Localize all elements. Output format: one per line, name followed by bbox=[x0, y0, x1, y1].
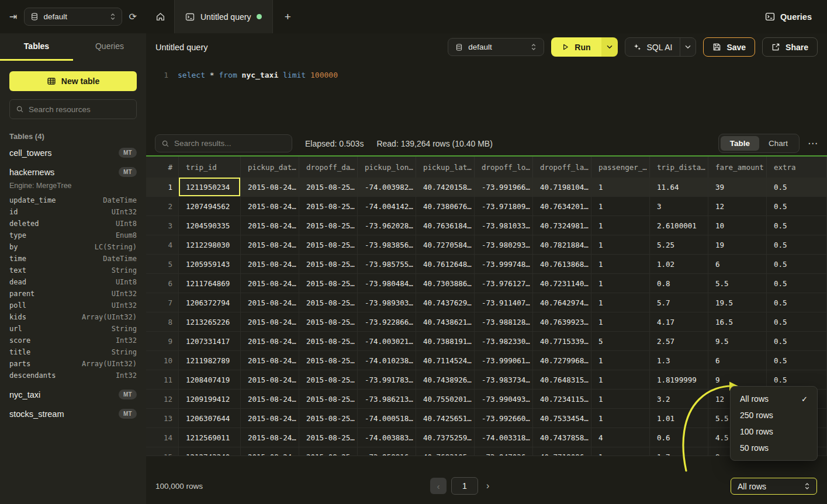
table-cell[interactable]: 40.7380676… bbox=[416, 197, 475, 215]
page-size-option[interactable]: 50 rows bbox=[731, 440, 817, 456]
table-cell[interactable]: -73.999748… bbox=[475, 255, 533, 273]
row-number-cell[interactable]: 3 bbox=[146, 216, 179, 235]
table-cell[interactable]: 2015-08-24… bbox=[241, 312, 299, 331]
table-cell[interactable]: 1209199412 bbox=[179, 390, 241, 408]
table-cell[interactable]: 40.7375259… bbox=[416, 428, 475, 447]
table-cell[interactable]: 1 bbox=[591, 197, 650, 215]
column-row[interactable]: titleString bbox=[0, 346, 146, 358]
table-cell[interactable]: 1.01 bbox=[650, 409, 708, 427]
table-cell[interactable]: -73.983856… bbox=[358, 235, 416, 254]
page-size-option[interactable]: 100 rows bbox=[731, 423, 817, 440]
page-size-option[interactable]: 250 rows bbox=[731, 407, 817, 423]
table-cell[interactable]: 16.5 bbox=[708, 312, 767, 331]
table-cell[interactable]: 1 bbox=[591, 293, 650, 312]
table-cell[interactable]: 5.25 bbox=[650, 235, 708, 254]
toggle-table[interactable]: Table bbox=[721, 136, 759, 151]
row-number-cell[interactable]: 7 bbox=[146, 293, 179, 312]
sidebar-search[interactable] bbox=[9, 99, 137, 119]
table-cell[interactable]: 4 bbox=[591, 428, 650, 447]
table-cell[interactable]: 1 bbox=[591, 312, 650, 331]
row-number-cell[interactable]: 9 bbox=[146, 332, 179, 350]
table-cell[interactable]: 0.8 bbox=[650, 274, 708, 293]
column-row[interactable]: deletedUInt8 bbox=[0, 218, 146, 230]
table-cell[interactable]: 1.02 bbox=[650, 255, 708, 273]
column-header[interactable]: pickup_lat… bbox=[416, 157, 475, 178]
topbar-database-select[interactable]: default bbox=[24, 8, 122, 26]
column-header[interactable]: # bbox=[146, 157, 179, 178]
table-cell[interactable]: 40.7550201… bbox=[416, 390, 475, 408]
table-cell[interactable]: 40.7303886… bbox=[416, 274, 475, 293]
sidebar-search-input[interactable] bbox=[29, 105, 130, 114]
table-cell[interactable]: 1 bbox=[591, 255, 650, 273]
table-cell[interactable]: 2015-08-24… bbox=[241, 235, 299, 254]
column-row[interactable]: typeEnum8 bbox=[0, 230, 146, 241]
column-header[interactable]: trip_dista… bbox=[650, 157, 708, 178]
table-cell[interactable]: -74.000518… bbox=[358, 409, 416, 427]
table-cell[interactable]: 5.7 bbox=[650, 293, 708, 312]
table-cell[interactable]: 40.7718086… bbox=[533, 447, 591, 456]
table-row[interactable]: 1312063076442015-08-24…2015-08-25…-74.00… bbox=[146, 409, 827, 428]
column-row[interactable]: update_timeDateTime bbox=[0, 194, 146, 206]
table-cell[interactable]: 2015-08-25… bbox=[299, 312, 358, 331]
table-cell[interactable]: 40.7683105… bbox=[416, 447, 475, 456]
table-cell[interactable]: 0.5 bbox=[767, 197, 827, 215]
results-search[interactable] bbox=[155, 134, 292, 152]
table-cell[interactable]: 40.7613868… bbox=[533, 255, 591, 273]
sidebar-item-stocks-stream[interactable]: stocks_stream MT bbox=[0, 404, 146, 423]
row-number-cell[interactable]: 15 bbox=[146, 447, 179, 456]
column-row[interactable]: partsArray(UInt32) bbox=[0, 358, 146, 370]
sql-ai-button[interactable]: SQL AI bbox=[625, 38, 680, 56]
table-cell[interactable]: -74.003021… bbox=[358, 332, 416, 350]
table-cell[interactable]: 1 bbox=[591, 447, 650, 456]
table-cell[interactable]: 1 bbox=[591, 370, 650, 389]
table-cell[interactable]: 2015-08-25… bbox=[299, 390, 358, 408]
column-header[interactable]: passenger_… bbox=[591, 157, 650, 178]
table-row[interactable]: 912073314172015-08-24…2015-08-25…-74.003… bbox=[146, 332, 827, 351]
table-cell[interactable]: 2015-08-25… bbox=[299, 293, 358, 312]
table-cell[interactable]: -73.947036… bbox=[475, 447, 533, 456]
table-cell[interactable]: -73.980484… bbox=[358, 274, 416, 293]
table-cell[interactable]: 12 bbox=[708, 197, 767, 215]
table-row[interactable]: 1412125690112015-08-24…2015-08-25…-74.00… bbox=[146, 428, 827, 447]
table-cell[interactable]: 40.7533454… bbox=[533, 409, 591, 427]
table-cell[interactable]: 19 bbox=[708, 235, 767, 254]
table-cell[interactable]: 40.7437858… bbox=[533, 428, 591, 447]
share-button[interactable]: Share bbox=[762, 37, 818, 57]
table-cell[interactable]: 40.7198104… bbox=[533, 178, 591, 196]
table-row[interactable]: 1212091994122015-08-24…2015-08-25…-73.98… bbox=[146, 390, 827, 409]
row-number-cell[interactable]: 14 bbox=[146, 428, 179, 447]
page-size-select[interactable]: All rows bbox=[731, 478, 817, 495]
table-cell[interactable]: 0.5 bbox=[767, 274, 827, 293]
table-cell[interactable]: 39 bbox=[708, 178, 767, 196]
row-number-cell[interactable]: 4 bbox=[146, 235, 179, 254]
table-cell[interactable]: 1211764869 bbox=[179, 274, 241, 293]
table-cell[interactable]: 2015-08-24… bbox=[241, 255, 299, 273]
row-number-cell[interactable]: 13 bbox=[146, 409, 179, 427]
table-cell[interactable]: 2015-08-24… bbox=[241, 216, 299, 235]
table-cell[interactable]: 1 bbox=[591, 351, 650, 370]
column-row[interactable]: pollUInt32 bbox=[0, 300, 146, 311]
table-cell[interactable]: -73.958816… bbox=[358, 447, 416, 456]
table-cell[interactable]: 1207494562 bbox=[179, 197, 241, 215]
column-row[interactable]: deadUInt8 bbox=[0, 276, 146, 288]
table-cell[interactable]: -73.988128… bbox=[475, 312, 533, 331]
table-row[interactable]: 412122980302015-08-24…2015-08-25…-73.983… bbox=[146, 235, 827, 255]
table-cell[interactable]: 6 bbox=[708, 351, 767, 370]
table-cell[interactable]: -73.991966… bbox=[475, 178, 533, 196]
tab-untitled-query[interactable]: Untitled query bbox=[174, 0, 273, 33]
table-cell[interactable]: 2015-08-24… bbox=[241, 370, 299, 389]
table-row[interactable]: 712063727942015-08-24…2015-08-25…-73.989… bbox=[146, 293, 827, 312]
sidebar-tab-queries[interactable]: Queries bbox=[73, 33, 146, 61]
queries-link[interactable]: Queries bbox=[765, 0, 827, 33]
more-options-icon[interactable]: ⋯ bbox=[808, 137, 818, 150]
table-cell[interactable]: 5.5 bbox=[708, 274, 767, 293]
table-cell[interactable]: 4.17 bbox=[650, 312, 708, 331]
table-cell[interactable]: 1 bbox=[591, 274, 650, 293]
column-row[interactable]: idUInt32 bbox=[0, 206, 146, 218]
table-cell[interactable]: 2015-08-25… bbox=[299, 332, 358, 350]
table-cell[interactable]: 2015-08-25… bbox=[299, 197, 358, 215]
sql-editor[interactable]: 1 select * from nyc_taxi limit 100000 bbox=[146, 61, 827, 131]
table-cell[interactable]: 1208407419 bbox=[179, 370, 241, 389]
table-cell[interactable]: 2015-08-24… bbox=[241, 428, 299, 447]
table-cell[interactable]: 2015-08-24… bbox=[241, 332, 299, 350]
